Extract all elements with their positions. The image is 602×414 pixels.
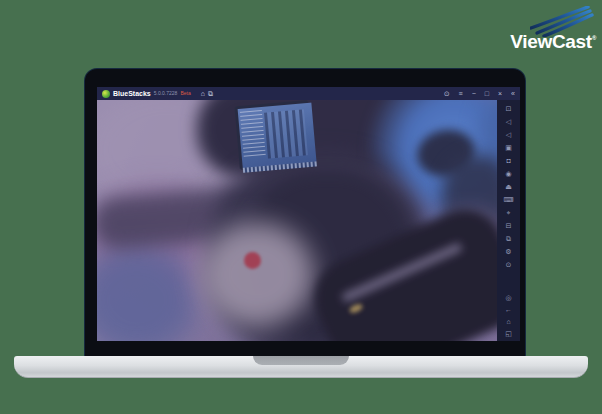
home-icon[interactable]: ⌂: [201, 90, 205, 97]
back-icon[interactable]: ←: [505, 306, 512, 313]
bluestacks-window: BlueStacks 5.0.0.7228 Beta ⌂ ⧉ ⊙ ≡ − □ ×…: [97, 87, 520, 341]
laptop-notch: [253, 356, 349, 365]
location-icon[interactable]: ◉: [505, 170, 511, 177]
recent-apps-icon[interactable]: ◱: [505, 330, 512, 337]
power-icon[interactable]: ⊙: [444, 90, 450, 97]
app-version: 5.0.0.7228: [154, 91, 178, 96]
multi-window-icon[interactable]: ⧉: [208, 90, 213, 97]
settings-icon[interactable]: ⚙: [505, 248, 511, 255]
bluestacks-logo-icon: [102, 90, 110, 98]
close-icon[interactable]: ×: [498, 90, 502, 97]
macro-recorder-icon[interactable]: ◎: [505, 294, 511, 301]
fullscreen-icon[interactable]: ⊡: [506, 105, 512, 112]
shake-icon[interactable]: ⏏: [505, 183, 512, 190]
laptop-base: [14, 356, 588, 378]
registered-trademark: ®: [592, 35, 596, 41]
app-title: BlueStacks: [113, 90, 151, 97]
game-controls-icon[interactable]: ⌨: [503, 196, 513, 203]
crosshair-icon[interactable]: ⌖: [507, 209, 511, 216]
multi-instance-icon[interactable]: ⧉: [506, 235, 511, 242]
menu-icon[interactable]: ≡: [459, 90, 463, 97]
beta-badge: Beta: [180, 91, 190, 96]
page-background: ViewCast® BlueStacks 5.0.0.7228 Beta ⌂ ⧉…: [0, 0, 602, 414]
purple-tint-overlay: [97, 100, 497, 341]
screen-recorder-icon[interactable]: ◘: [506, 157, 510, 164]
home-nav-icon[interactable]: ⌂: [506, 318, 510, 325]
video-stream: [97, 100, 497, 341]
bluestacks-titlebar: BlueStacks 5.0.0.7228 Beta ⌂ ⧉ ⊙ ≡ − □ ×…: [97, 87, 520, 100]
bluestacks-body: ⊡ ◁ ◁ ▣ ◘ ◉ ⏏ ⌨ ⌖ ⊟ ⧉ ⚙ ⊙: [97, 100, 520, 341]
more-icon[interactable]: ⊙: [506, 261, 512, 268]
minimize-icon[interactable]: −: [472, 90, 476, 97]
laptop-screen: BlueStacks 5.0.0.7228 Beta ⌂ ⧉ ⊙ ≡ − □ ×…: [85, 69, 525, 356]
maximize-icon[interactable]: □: [485, 90, 489, 97]
media-manager-icon[interactable]: ⊟: [506, 222, 512, 229]
sidebar-tools-group: ⊡ ◁ ◁ ▣ ◘ ◉ ⏏ ⌨ ⌖ ⊟ ⧉ ⚙ ⊙: [503, 105, 513, 268]
bluestacks-sidebar: ⊡ ◁ ◁ ▣ ◘ ◉ ⏏ ⌨ ⌖ ⊟ ⧉ ⚙ ⊙: [497, 100, 520, 341]
viewcast-logo: ViewCast®: [466, 5, 596, 51]
collapse-sidebar-icon[interactable]: «: [511, 90, 515, 97]
volume-down-icon[interactable]: ◁: [506, 131, 511, 138]
screenshot-icon[interactable]: ▣: [505, 144, 512, 151]
sidebar-nav-group: ◎ ← ⌂ ◱: [505, 294, 512, 337]
viewcast-name: ViewCast: [510, 31, 592, 52]
viewcast-wordmark: ViewCast®: [510, 32, 596, 51]
volume-up-icon[interactable]: ◁: [506, 118, 511, 125]
